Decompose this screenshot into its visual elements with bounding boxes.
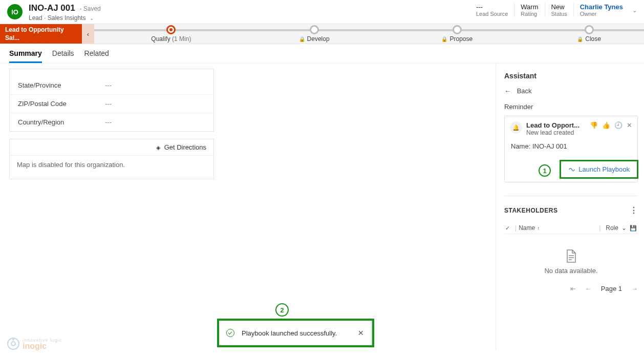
stage-node-qualify[interactable]: [166, 25, 176, 34]
next-page-icon[interactable]: →: [631, 285, 638, 292]
record-title: INO-AJ 001: [29, 3, 75, 13]
watermark-logo: innovative logic inogic: [6, 337, 62, 351]
document-icon: [566, 249, 577, 263]
directions-label: Get Directions: [164, 143, 206, 151]
lock-icon: 🔒: [299, 36, 305, 42]
avatar: IO: [7, 4, 23, 19]
lock-icon: 🔒: [577, 36, 583, 42]
lock-icon: 🔒: [441, 36, 447, 42]
sort-asc-icon[interactable]: ↑: [537, 225, 540, 231]
field-country[interactable]: Country/Region ---: [10, 113, 213, 131]
stakeholders-section: STAKEHOLDERS ⋮ ✓ | Name ↑ | Role ⌄ 💾: [504, 196, 638, 292]
thumbs-up-icon[interactable]: 👍: [602, 121, 610, 129]
svg-point-5: [12, 339, 14, 341]
tab-summary[interactable]: Summary: [9, 49, 42, 63]
playbook-icon: [568, 166, 575, 173]
check-icon[interactable]: ✓: [505, 225, 510, 232]
map-disabled-message: Map is disabled for this organization.: [10, 155, 213, 179]
header-field-label: Rating: [521, 11, 538, 17]
field-state[interactable]: State/Province ---: [10, 69, 213, 94]
stage-name: Propose: [449, 35, 473, 43]
chevron-down-icon[interactable]: ⌄: [629, 3, 637, 14]
stage-time: (1 Min): [172, 35, 191, 43]
record-header: IO INO-AJ 001 - Saved Lead · Sales Insig…: [0, 0, 644, 24]
stage-label: Qualify (1 Min): [151, 35, 191, 43]
annotation-1: 1: [539, 164, 551, 177]
chevron-left-icon[interactable]: ‹: [82, 24, 94, 44]
launch-playbook-button[interactable]: Launch Playbook: [560, 160, 638, 179]
process-duration: Active for 1 minute: [5, 42, 77, 49]
thumbs-down-icon[interactable]: 👎: [590, 121, 598, 129]
more-icon[interactable]: ⋮: [630, 205, 638, 215]
field-label: State/Province: [18, 81, 105, 89]
no-data-text: No data available.: [504, 267, 638, 275]
success-icon: [226, 329, 234, 337]
wm-name-b: gic: [35, 342, 47, 350]
chevron-down-icon[interactable]: ⌄: [621, 224, 627, 232]
header-right: --- Lead Source Warm Rating New Status C…: [470, 3, 637, 17]
get-directions-button[interactable]: ◈ Get Directions: [10, 139, 213, 155]
first-page-icon[interactable]: ⇤: [570, 285, 576, 292]
close-icon[interactable]: ✕: [627, 121, 632, 129]
header-field-value: ---: [476, 3, 508, 11]
no-data-placeholder: No data available.: [504, 234, 638, 280]
tab-details[interactable]: Details: [52, 49, 74, 63]
assistant-title: Assistant: [504, 72, 638, 80]
field-value: ---: [105, 81, 112, 89]
reminder-subtitle: New lead created: [526, 129, 579, 136]
header-field-rating[interactable]: Warm Rating: [514, 3, 544, 17]
back-button[interactable]: ← Back: [504, 87, 638, 95]
process-label[interactable]: Lead to Opportunity Sal... Active for 1 …: [0, 24, 82, 44]
map-card: ◈ Get Directions Map is disabled for thi…: [9, 139, 214, 179]
stage-name: Qualify: [151, 35, 170, 43]
header-field-status[interactable]: New Status: [545, 3, 573, 17]
bell-icon: 🔔: [510, 121, 522, 134]
sep: ·: [44, 14, 46, 22]
tab-related[interactable]: Related: [84, 49, 109, 63]
entity-type: Lead: [29, 14, 42, 22]
chevron-down-icon[interactable]: ⌄: [90, 15, 94, 21]
header-field-label: Status: [551, 11, 567, 17]
form-selector[interactable]: Sales Insights: [48, 14, 86, 22]
field-value: ---: [105, 100, 112, 108]
saved-indicator: - Saved: [79, 5, 100, 12]
stakeholders-columns: ✓ | Name ↑ | Role ⌄ 💾: [504, 222, 638, 234]
launch-label: Launch Playbook: [578, 165, 630, 173]
stage-node-propose[interactable]: [453, 25, 462, 34]
title-block: INO-AJ 001 - Saved Lead · Sales Insights…: [29, 3, 101, 22]
column-role[interactable]: Role: [606, 224, 618, 232]
logo-icon: [6, 337, 20, 351]
stage-node-close[interactable]: [585, 25, 594, 34]
wm-name-a: ino: [23, 342, 35, 350]
stage-label: 🔒Propose: [441, 35, 473, 43]
reminder-name: Name: INO-AJ 001: [511, 142, 632, 150]
svg-point-4: [11, 342, 15, 346]
stage-label: 🔒Develop: [299, 35, 330, 43]
save-icon[interactable]: 💾: [630, 225, 637, 232]
reminder-title: Lead to Opport...: [526, 121, 579, 129]
field-zip[interactable]: ZIP/Postal Code ---: [10, 94, 213, 113]
prev-page-icon[interactable]: ←: [585, 285, 592, 292]
stage-label: 🔒Close: [577, 35, 601, 43]
back-label: Back: [517, 87, 532, 95]
clock-icon[interactable]: 🕘: [614, 121, 622, 129]
stage-name: Develop: [307, 35, 330, 43]
header-field-leadsource[interactable]: --- Lead Source: [470, 3, 514, 17]
annotation-2: 2: [275, 303, 289, 317]
reminder-section-label: Reminder: [504, 103, 638, 111]
stage-node-develop[interactable]: [310, 25, 319, 34]
header-field-owner[interactable]: Charlie Tynes Owner: [573, 3, 629, 17]
header-field-value: Warm: [521, 3, 538, 11]
field-label: ZIP/Postal Code: [18, 100, 105, 108]
left-column: State/Province --- ZIP/Postal Code --- C…: [0, 64, 496, 350]
toast-message: Playbook launched successfully.: [242, 329, 337, 337]
header-field-label: Lead Source: [476, 11, 508, 17]
column-name[interactable]: Name: [519, 224, 535, 232]
stakeholders-title: STAKEHOLDERS: [504, 207, 557, 214]
header-field-label: Owner: [580, 11, 623, 17]
directions-icon: ◈: [156, 144, 160, 151]
arrow-left-icon: ←: [504, 87, 511, 95]
stage-name: Close: [585, 35, 601, 43]
close-icon[interactable]: ✕: [358, 329, 364, 337]
reminder-card: 🔔 Lead to Opport... New lead created 👎 👍…: [504, 116, 638, 182]
